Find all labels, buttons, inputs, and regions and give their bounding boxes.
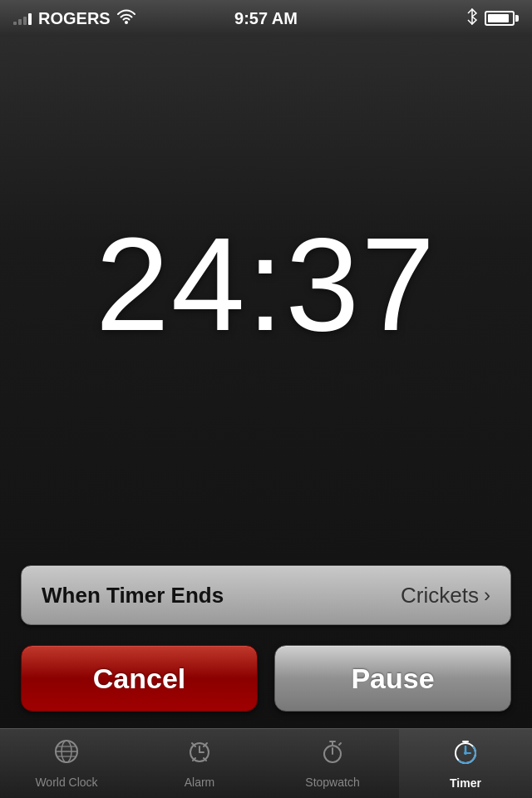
timer-display: 24:37 <box>96 37 436 565</box>
stopwatch-icon <box>319 738 346 771</box>
status-left: ROGERS <box>13 9 135 28</box>
when-timer-ends-row[interactable]: When Timer Ends Crickets › <box>21 565 511 625</box>
timer-value: 24:37 <box>96 218 436 351</box>
buttons-row: Cancel Pause <box>21 645 511 712</box>
alarm-tab-label: Alarm <box>185 776 215 789</box>
tab-timer[interactable]: Timer <box>399 729 532 798</box>
tab-alarm[interactable]: Alarm <box>133 729 266 798</box>
chevron-right-icon: › <box>484 584 490 607</box>
tab-bar: World Clock Alarm <box>0 728 532 798</box>
status-time: 9:57 AM <box>234 9 298 28</box>
when-timer-ends-label: When Timer Ends <box>42 583 224 608</box>
signal-bar-1 <box>13 22 17 25</box>
tab-world-clock[interactable]: World Clock <box>0 729 133 798</box>
status-right <box>466 8 519 28</box>
when-timer-ends-value: Crickets <box>401 583 479 608</box>
carrier-label: ROGERS <box>38 9 111 28</box>
signal-bar-4 <box>28 13 32 25</box>
signal-bar-2 <box>18 19 22 25</box>
tab-stopwatch[interactable]: Stopwatch <box>266 729 399 798</box>
signal-bars <box>13 12 32 25</box>
timer-icon <box>451 737 480 771</box>
main-content: 24:37 When Timer Ends Crickets › Cancel … <box>0 37 532 728</box>
svg-point-21 <box>464 751 467 755</box>
cancel-button[interactable]: Cancel <box>21 645 258 712</box>
battery-indicator <box>485 11 519 26</box>
stopwatch-tab-label: Stopwatch <box>305 776 359 789</box>
status-bar: ROGERS 9:57 AM <box>0 0 532 37</box>
pause-button[interactable]: Pause <box>274 645 511 712</box>
bluetooth-icon <box>466 8 478 28</box>
signal-bar-3 <box>23 17 27 25</box>
alarm-icon <box>186 738 213 771</box>
timer-ends-right: Crickets › <box>401 583 490 608</box>
svg-line-16 <box>339 743 341 745</box>
wifi-icon <box>117 9 135 28</box>
world-clock-tab-label: World Clock <box>35 776 97 789</box>
timer-tab-label: Timer <box>450 776 481 790</box>
world-clock-icon <box>53 738 80 771</box>
